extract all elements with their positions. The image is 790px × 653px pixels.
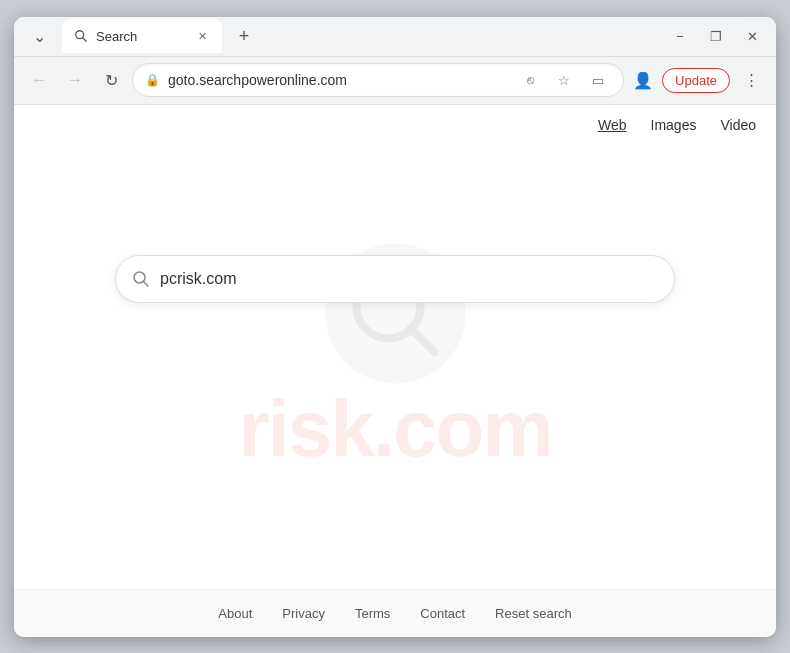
- tab-title: Search: [96, 29, 186, 44]
- footer-terms-link[interactable]: Terms: [355, 606, 390, 621]
- chevron-down-btn[interactable]: ⌄: [24, 21, 54, 51]
- search-nav: Web Images Video: [14, 105, 776, 135]
- back-button[interactable]: ←: [24, 65, 54, 95]
- search-nav-images[interactable]: Images: [651, 117, 697, 135]
- browser-window: ⌄ Search ✕ + − ❐ ✕ ← →: [14, 17, 776, 637]
- restore-button[interactable]: ❐: [702, 22, 730, 50]
- window-controls: ⌄: [24, 21, 54, 51]
- svg-line-5: [144, 281, 149, 286]
- footer-contact-link[interactable]: Contact: [420, 606, 465, 621]
- minimize-button[interactable]: −: [666, 22, 694, 50]
- title-bar: ⌄ Search ✕ + − ❐ ✕: [14, 17, 776, 57]
- page-content: Web Images Video risk.com: [14, 105, 776, 637]
- reload-button[interactable]: ↻: [96, 65, 126, 95]
- search-box-container: [14, 255, 776, 303]
- profile-button[interactable]: 👤: [630, 67, 656, 93]
- search-box: [115, 255, 675, 303]
- tab-close-button[interactable]: ✕: [194, 28, 210, 44]
- page-footer: About Privacy Terms Contact Reset search: [14, 589, 776, 637]
- search-box-icon: [132, 270, 150, 288]
- address-bar: ← → ↻ 🔒 goto.searchpoweronline.com ⎋ ☆ ▭…: [14, 57, 776, 105]
- search-input[interactable]: [160, 270, 658, 288]
- search-nav-web[interactable]: Web: [598, 117, 627, 135]
- search-nav-video[interactable]: Video: [720, 117, 756, 135]
- svg-line-3: [410, 328, 434, 352]
- tab-search-icon: [74, 29, 88, 43]
- url-bar[interactable]: 🔒 goto.searchpoweronline.com ⎋ ☆ ▭: [132, 63, 624, 97]
- lock-icon: 🔒: [145, 73, 160, 87]
- svg-line-1: [83, 38, 87, 42]
- menu-button[interactable]: ⋮: [736, 65, 766, 95]
- active-tab[interactable]: Search ✕: [62, 19, 222, 53]
- new-tab-button[interactable]: +: [230, 22, 258, 50]
- watermark-text: risk.com: [238, 383, 551, 475]
- footer-about-link[interactable]: About: [218, 606, 252, 621]
- forward-button[interactable]: →: [60, 65, 90, 95]
- url-text: goto.searchpoweronline.com: [168, 72, 509, 88]
- footer-reset-search-link[interactable]: Reset search: [495, 606, 572, 621]
- extensions-button[interactable]: ▭: [585, 67, 611, 93]
- update-button[interactable]: Update: [662, 68, 730, 93]
- share-button[interactable]: ⎋: [517, 67, 543, 93]
- bookmark-button[interactable]: ☆: [551, 67, 577, 93]
- close-button[interactable]: ✕: [738, 22, 766, 50]
- footer-privacy-link[interactable]: Privacy: [282, 606, 325, 621]
